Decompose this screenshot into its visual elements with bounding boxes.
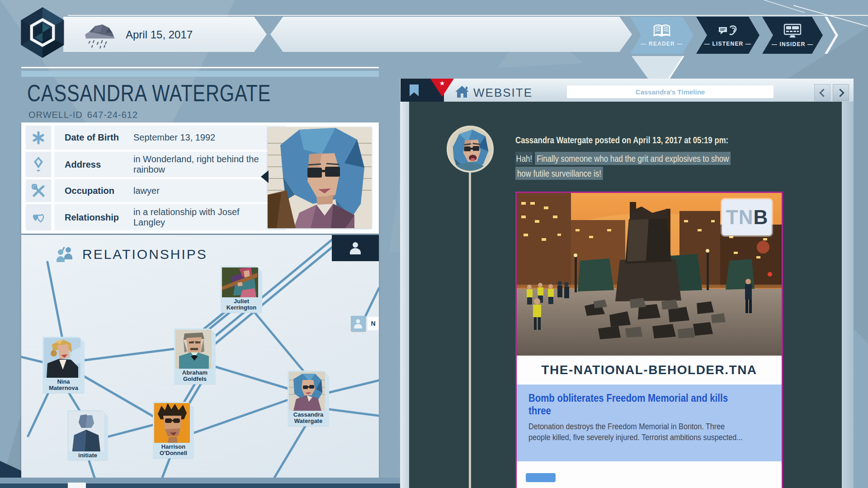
info-row-occupation: Occupation lawyer [26, 179, 286, 202]
tools-icon [26, 179, 51, 202]
website-frame-left [400, 79, 409, 488]
relationships-title: RELATIONSHIPS [82, 247, 208, 262]
post-text-chunk[interactable]: Hah! [515, 152, 533, 165]
post-text-chunk-highlighted[interactable]: how futile surveillance is! [515, 167, 603, 180]
info-row-address: Address in Wonderland, right behind the … [26, 152, 286, 177]
storm-cloud-icon [81, 20, 119, 49]
node-label: Abraham Goldfels [175, 369, 214, 383]
graph-node-nina-maternova[interactable]: Nina Maternova [42, 337, 85, 394]
field-label: Relationship [65, 212, 133, 223]
monitor-icon [783, 23, 802, 38]
avatar [447, 126, 494, 173]
node-label: Nina Maternova [44, 378, 83, 392]
tab-listener-label: — LISTENER — [704, 41, 751, 47]
forward-arrow-icon [836, 89, 844, 97]
orwell-id-value: 647-24-612 [87, 110, 138, 120]
node-label: Cassandra Watergate [289, 411, 328, 425]
bottom-strip-tab [68, 483, 86, 488]
ear-icon [718, 23, 738, 38]
harrison-photo [154, 403, 190, 443]
field-value: in Wonderland, right behind the rainbow [133, 154, 260, 175]
portrait-pointer [261, 170, 269, 183]
field-label: Address [65, 160, 133, 170]
graph-node-dragging[interactable] [351, 316, 365, 331]
graph-node-cassandra-watergate[interactable]: Cassandra Watergate [288, 371, 329, 427]
article-headline: Bomb obliterates Freedom Memorial and ki… [528, 392, 744, 417]
profile-divider-line [21, 67, 379, 68]
website-title: WEBSITE [473, 86, 533, 100]
forward-button[interactable] [833, 84, 849, 101]
home-icon[interactable] [455, 85, 469, 99]
node-label: initiate [69, 451, 107, 459]
article-footer-button[interactable] [526, 473, 556, 482]
graph-node-partial-label: N [368, 317, 379, 330]
initiate-photo [69, 412, 104, 451]
graph-node-harrison-odonnell[interactable]: Harrison O'Donnell [153, 402, 194, 459]
orwell-app: April 15, 2017 — READER — — LISTENER — [0, 0, 868, 488]
abraham-photo [175, 330, 212, 369]
orwell-logo [17, 6, 68, 59]
post-body-line2: how futile surveillance is! [515, 166, 731, 181]
url-bar[interactable]: Cassandra's Timeline [567, 85, 774, 98]
profile-accent-bar [21, 71, 379, 77]
bottom-strip [0, 478, 400, 483]
top-banner-right [270, 17, 632, 52]
url-text: Cassandra's Timeline [636, 88, 705, 96]
juliet-photo [222, 267, 258, 297]
current-date: April 15, 2017 [126, 28, 193, 41]
field-value: September 13, 1992 [133, 132, 260, 143]
article-summary-band: Bomb obliterates Freedom Memorial and ki… [517, 385, 782, 461]
website-content: Cassandra Watergate posted on April 13, … [409, 102, 842, 488]
node-label: Harrison O'Donnell [154, 443, 193, 457]
people-icon [55, 246, 75, 263]
cassandra-photo [289, 372, 325, 411]
pin-icon [26, 152, 51, 177]
asterisk-icon [26, 126, 51, 150]
bottom-strip-dark [0, 483, 400, 488]
tnb-logo: TNB [722, 199, 772, 235]
orwell-id: ORWELL-ID647-24-612 [28, 110, 138, 120]
post-text-chunk-highlighted[interactable]: Finally someone who had the grit and exp… [535, 152, 731, 165]
timeline-line [469, 172, 471, 488]
tab-insider-label: — INSIDER — [772, 41, 814, 47]
top-divider-line [68, 15, 868, 16]
page-title: CASSANDRA WATERGATE [27, 80, 271, 107]
graph-node-initiate[interactable]: initiate [67, 410, 108, 460]
website-frame-right [842, 102, 854, 488]
field-value: lawyer [133, 186, 260, 196]
article-site-name: THE-NATIONAL-BEHOLDER.TNA [517, 356, 782, 385]
relationships-panel: RELATIONSHIPS Juliet Kerrington [21, 235, 379, 478]
field-label: Occupation [65, 186, 133, 196]
person-tab-icon [349, 242, 361, 254]
field-label: Date of Birth [65, 132, 133, 143]
back-arrow-icon [819, 89, 827, 97]
hearts-icon [26, 204, 51, 230]
relationships-header: RELATIONSHIPS [55, 246, 208, 263]
graph-node-abraham-goldfels[interactable]: Abraham Goldfels [174, 328, 216, 385]
relationships-person-tab[interactable] [332, 235, 379, 261]
info-row-relationship: Relationship in a relationship with Jose… [26, 204, 286, 230]
linked-article-card[interactable]: TNB THE-NATIONAL-BEHOLDER.TNA Bomb oblit… [515, 192, 783, 488]
back-button[interactable] [814, 84, 830, 101]
book-icon [652, 23, 672, 38]
article-footer [517, 461, 782, 488]
tnb-logo-dark: B [753, 206, 768, 229]
post-body-line1: Hah! Finally someone who had the grit an… [515, 151, 731, 166]
post-author-line: Cassandra Watergate posted on April 13, … [515, 135, 728, 145]
tab-reader-label: — READER — [641, 41, 683, 47]
node-label: Juliet Kerrington [222, 297, 261, 312]
date-widget: April 15, 2017 [81, 21, 193, 49]
nina-photo [44, 338, 80, 378]
profile-portrait [268, 127, 372, 228]
post-body: Hah! Finally someone who had the grit an… [515, 151, 731, 181]
graph-node-juliet-kerrington[interactable]: Juliet Kerrington [221, 266, 262, 313]
info-row-dob: Date of Birth September 13, 1992 [26, 126, 286, 150]
article-body: Detonation destroys the Freedom Memorial… [528, 421, 744, 443]
mini-person-icon [354, 319, 363, 328]
tnb-logo-gray: TN [726, 206, 754, 229]
field-value: in a relationship with Josef Langley [133, 207, 260, 228]
article-image: TNB [517, 193, 782, 356]
orwell-id-label: ORWELL-ID [28, 110, 83, 120]
bookmark-icon [410, 84, 419, 96]
